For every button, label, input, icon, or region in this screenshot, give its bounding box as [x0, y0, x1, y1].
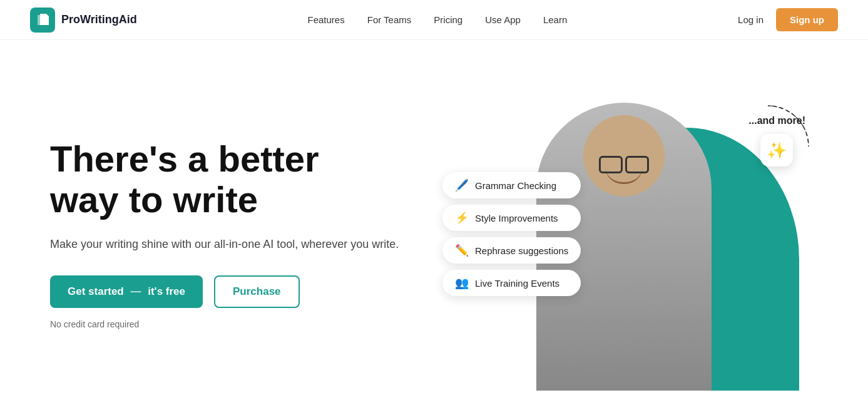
signup-button[interactable]: Sign up	[776, 8, 838, 31]
feature-cards: 🖊️ Grammar Checking ⚡ Style Improvements…	[442, 172, 581, 296]
logo-svg	[35, 13, 50, 28]
grammar-icon: 🖊️	[455, 178, 469, 192]
hero-section: There's a better way to write Make your …	[0, 40, 868, 405]
style-icon: ⚡	[455, 211, 469, 225]
logo-icon	[30, 8, 55, 33]
grammar-label: Grammar Checking	[475, 180, 556, 191]
no-credit-card-note: No credit card required	[50, 319, 399, 329]
nav-learn[interactable]: Learn	[543, 14, 567, 25]
nav-actions: Log in Sign up	[738, 8, 838, 31]
more-badge: ...and more!	[748, 115, 805, 126]
navbar: ProWritingAid Features For Teams Pricing…	[0, 0, 868, 40]
nav-for-teams[interactable]: For Teams	[367, 14, 412, 25]
feature-card-training: 👥 Live Training Events	[442, 270, 581, 296]
hero-right: ...and more! ✨ 🖊️ Grammar Checking ⚡ Sty…	[430, 78, 818, 391]
nav-features[interactable]: Features	[308, 14, 345, 25]
person-glasses	[599, 156, 649, 171]
sparkle-box: ✨	[760, 134, 793, 167]
hero-left: There's a better way to write Make your …	[50, 139, 399, 330]
nav-use-app[interactable]: Use App	[485, 14, 521, 25]
training-label: Live Training Events	[475, 278, 559, 289]
purchase-button[interactable]: Purchase	[214, 275, 300, 308]
rephrase-icon: ✏️	[455, 244, 469, 257]
brand-name: ProWritingAid	[61, 13, 137, 26]
get-started-button[interactable]: Get started — it's free	[50, 275, 203, 308]
login-link[interactable]: Log in	[738, 14, 763, 25]
hero-buttons: Get started — it's free Purchase	[50, 275, 399, 308]
feature-card-grammar: 🖊️ Grammar Checking	[442, 172, 581, 198]
logo-link[interactable]: ProWritingAid	[30, 8, 137, 33]
nav-pricing[interactable]: Pricing	[434, 14, 462, 25]
style-label: Style Improvements	[475, 213, 558, 223]
training-icon: 👥	[455, 276, 469, 290]
hero-title: There's a better way to write	[50, 139, 399, 220]
feature-card-style: ⚡ Style Improvements	[442, 205, 581, 231]
feature-card-rephrase: ✏️ Rephrase suggestions	[442, 237, 581, 264]
person-face	[583, 115, 665, 197]
rephrase-label: Rephrase suggestions	[475, 245, 568, 256]
nav-links: Features For Teams Pricing Use App Learn	[308, 14, 568, 25]
hero-subtitle: Make your writing shine with our all-in-…	[50, 235, 399, 254]
